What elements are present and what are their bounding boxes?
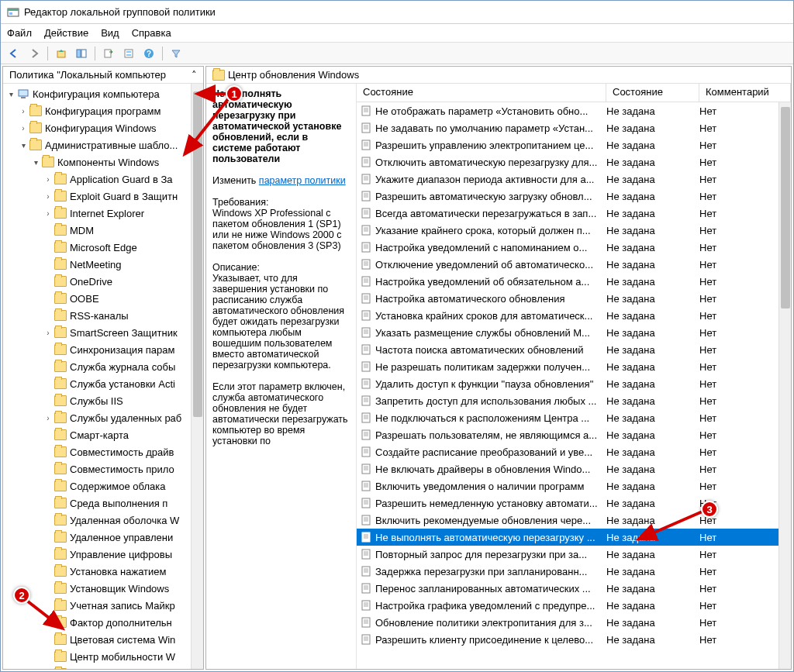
tree-item-29[interactable]: Центр обеспечения бе [3, 665, 203, 669]
list-row[interactable]: Перенос запланированных автоматических .… [357, 580, 791, 597]
svg-rect-86 [362, 413, 370, 422]
list-row[interactable]: Разрешить управлению электропитанием це.… [357, 136, 791, 153]
tree-config-programs[interactable]: ›Конфигурация программ [3, 102, 203, 119]
list-row[interactable]: Задержка перезагрузки при запланированн.… [357, 563, 791, 580]
tree-item-8[interactable]: RSS-каналы [3, 307, 203, 324]
list-row[interactable]: Настройка автоматического обновленияНе з… [357, 290, 791, 307]
tree-item-11[interactable]: Служба журнала собы [3, 358, 203, 375]
forward-button[interactable] [26, 45, 43, 62]
tree-scrollbar[interactable] [191, 84, 203, 669]
tree-item-24[interactable]: Установщик Windows [3, 580, 203, 597]
tree-item-7[interactable]: OOBE [3, 290, 203, 307]
filter-button[interactable] [167, 45, 185, 62]
list-row[interactable]: Отключить автоматическую перезагрузку дл… [357, 153, 791, 171]
tree-item-17[interactable]: Совместимость прило [3, 460, 203, 477]
list-row[interactable]: Создайте расписание преобразований и уве… [357, 443, 791, 460]
tree-item-20[interactable]: Удаленная оболочка W [3, 512, 203, 529]
col-name[interactable]: Состояние [357, 84, 606, 102]
svg-rect-130 [362, 601, 370, 610]
list-row[interactable]: Не включать драйверы в обновления Windo.… [357, 460, 791, 477]
list-row[interactable]: Всегда автоматически перезагружаться в з… [357, 205, 791, 222]
list-row[interactable]: Установка крайних сроков для автоматичес… [357, 307, 791, 324]
list-row[interactable]: Не разрешать политикам задержки получен.… [357, 358, 791, 375]
folder-icon [29, 140, 42, 150]
export-button[interactable] [100, 45, 117, 62]
list-row[interactable]: Отключение уведомлений об автоматическо.… [357, 256, 791, 273]
list-scrollbar[interactable] [778, 102, 791, 669]
policy-name: Настройка автоматического обновления [375, 293, 564, 305]
tree-item-9[interactable]: ›SmartScreen Защитник [3, 324, 203, 341]
col-state[interactable]: Состояние [606, 84, 699, 102]
tree-item-19[interactable]: Среда выполнения п [3, 495, 203, 512]
tree-item-26[interactable]: Фактор дополнительн [3, 614, 203, 631]
properties-button[interactable] [120, 45, 137, 62]
tree-item-18[interactable]: Содержимое облака [3, 477, 203, 495]
tree-config-windows[interactable]: ›Конфигурация Windows [3, 119, 203, 136]
list-row[interactable]: Указать размещение службы обновлений М..… [357, 324, 791, 341]
tree-item-2[interactable]: ›Internet Explorer [3, 205, 203, 222]
list-row[interactable]: Не отображать параметр «Установить обно.… [357, 102, 791, 119]
folder-icon [54, 276, 67, 287]
tree-label: Установщик Windows [70, 583, 169, 594]
tree-item-21[interactable]: Удаленное управлени [3, 529, 203, 546]
list-row[interactable]: Не выполнять автоматическую перезагрузку… [357, 529, 791, 546]
menu-help[interactable]: Справка [132, 27, 171, 39]
list-row[interactable]: Не подключаться к расположениям Центра .… [357, 409, 791, 426]
list-row[interactable]: Частота поиска автоматических обновлений… [357, 341, 791, 358]
list-row[interactable]: Включить уведомления о наличии программН… [357, 477, 791, 495]
tree-item-4[interactable]: Microsoft Edge [3, 239, 203, 256]
list-row[interactable]: Разрешить немедленную установку автомати… [357, 495, 791, 512]
list-row[interactable]: Настройка уведомлений об обязательном а.… [357, 273, 791, 290]
tree-label: SmartScreen Защитник [70, 327, 178, 339]
tree-item-1[interactable]: ›Exploit Guard в Защитн [3, 188, 203, 205]
svg-rect-12 [19, 90, 28, 96]
list-row[interactable]: Повторный запрос для перезагрузки при за… [357, 546, 791, 563]
list-row[interactable]: Укажите диапазон периода активности для … [357, 171, 791, 188]
show-hide-tree-button[interactable] [73, 45, 90, 62]
tree-item-28[interactable]: Центр мобильности W [3, 648, 203, 665]
menu-action[interactable]: Действие [44, 27, 88, 39]
menu-file[interactable]: Файл [7, 27, 32, 39]
list-row[interactable]: Разрешить автоматическую загрузку обновл… [357, 188, 791, 205]
list-row[interactable]: Разрешить клиенту присоединение к целево… [357, 631, 791, 648]
tree-item-27[interactable]: Цветовая система Win [3, 631, 203, 648]
tree-label: Среда выполнения п [70, 498, 167, 509]
up-button[interactable] [53, 45, 70, 62]
edit-policy-link[interactable]: параметр политики [259, 175, 346, 186]
tree-item-16[interactable]: Совместимость драйв [3, 443, 203, 460]
tree-item-15[interactable]: Смарт-карта [3, 426, 203, 443]
help-button[interactable]: ? [140, 45, 157, 62]
list-row[interactable]: Разрешать пользователям, не являющимся а… [357, 426, 791, 443]
tree-windows-components[interactable]: ▾Компоненты Windows [3, 153, 203, 171]
col-comment[interactable]: Комментарий [699, 84, 791, 102]
back-button[interactable] [5, 45, 22, 62]
list-row[interactable]: Настройка графика уведомлений с предупре… [357, 597, 791, 614]
svg-rect-8 [126, 51, 131, 53]
tree-item-6[interactable]: OneDrive [3, 273, 203, 290]
list-row[interactable]: Запретить доступ для использования любых… [357, 392, 791, 409]
tree-admin-templates[interactable]: ▾Административные шабло... [3, 136, 203, 153]
tree-item-14[interactable]: ›Службы удаленных раб [3, 409, 203, 426]
tree-item-5[interactable]: NetMeeting [3, 256, 203, 273]
tree-label: Смарт-карта [70, 429, 129, 441]
policy-state: Не задана [606, 174, 699, 185]
list-row[interactable]: Настройка уведомлений с напоминанием о..… [357, 239, 791, 256]
tree-item-3[interactable]: MDM [3, 222, 203, 239]
menu-view[interactable]: Вид [101, 27, 119, 39]
tree-item-22[interactable]: Управление цифровы [3, 546, 203, 563]
tree-item-12[interactable]: Служба установки Acti [3, 375, 203, 392]
list-row[interactable]: Обновление политики электропитания для з… [357, 614, 791, 631]
tree-item-25[interactable]: Учетная запись Майкр [3, 597, 203, 614]
list-row[interactable]: Указание крайнего срока, который должен … [357, 222, 791, 239]
tree-item-10[interactable]: Синхронизация парам [3, 341, 203, 358]
tree-item-13[interactable]: Службы IIS [3, 392, 203, 409]
list-row[interactable]: Не задавать по умолчанию параметр «Устан… [357, 119, 791, 136]
list-row[interactable]: Удалить доступ к функции "пауза обновлен… [357, 375, 791, 392]
detail-panel: Не выполнять автоматическую перезагрузку… [206, 84, 357, 669]
tree-item-23[interactable]: Установка нажатием [3, 563, 203, 580]
tree-item-0[interactable]: ›Application Guard в За [3, 171, 203, 188]
list-row[interactable]: Включить рекомендуемые обновления чере..… [357, 512, 791, 529]
policy-icon [360, 412, 372, 424]
svg-rect-26 [362, 157, 370, 167]
tree-root[interactable]: ▾Конфигурация компьютера [3, 85, 203, 102]
